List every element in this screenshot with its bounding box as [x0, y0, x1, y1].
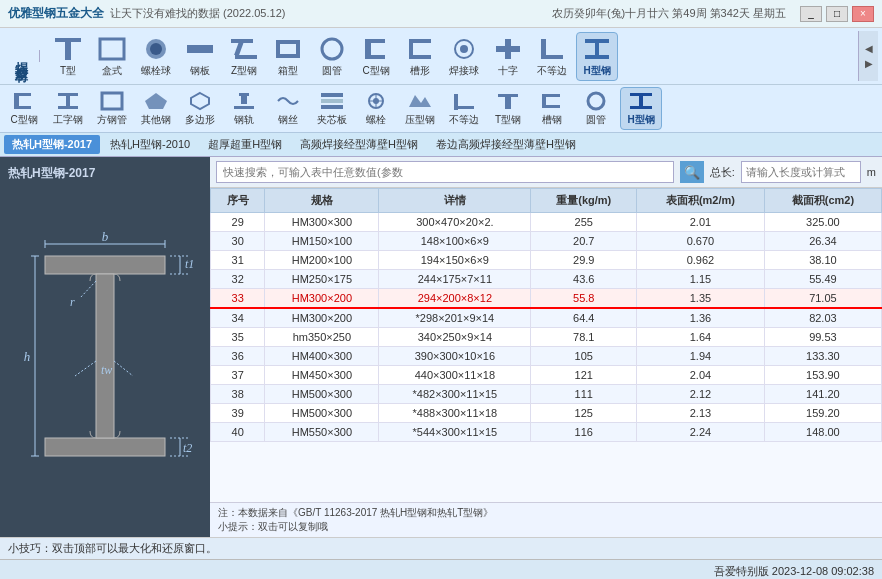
toolbar-item-box[interactable]: 盒式	[92, 33, 132, 80]
toolbar-row1: 焊接型材 T型 盒式 螺栓球 钢板	[0, 28, 882, 84]
svg-rect-52	[542, 105, 560, 108]
toolbar2-item-sandwich[interactable]: 夹芯板	[312, 88, 352, 129]
toolbar2-item-i[interactable]: 工字钢	[48, 88, 88, 129]
svg-rect-36	[239, 93, 249, 96]
toolbar-item-box2[interactable]: 箱型	[268, 33, 308, 80]
table-row[interactable]: 34HM300×200*298×201×9×1464.41.3682.03	[211, 308, 882, 328]
svg-rect-14	[369, 55, 385, 59]
toolbar-item-steel-plate[interactable]: 钢板	[180, 33, 220, 80]
toolbar2-item-unequal2[interactable]: 不等边	[444, 88, 484, 129]
svg-point-4	[150, 43, 162, 55]
nav-next[interactable]: ▶	[859, 56, 878, 71]
toolbar2-item-bolt[interactable]: 螺栓	[356, 88, 396, 129]
svg-text:t2: t2	[183, 441, 192, 455]
toolbar-item-z[interactable]: Z型钢	[224, 33, 264, 80]
svg-line-77	[114, 361, 133, 376]
svg-line-79	[80, 281, 96, 298]
nav-prev[interactable]: ◀	[859, 41, 878, 56]
close-button[interactable]: ×	[852, 6, 874, 22]
bolt-ball-icon	[140, 35, 172, 63]
toolbar-item-t[interactable]: T型	[48, 33, 88, 80]
sq-icon	[96, 90, 128, 112]
diagram-panel: 热轧H型钢-2017 b	[0, 157, 210, 537]
svg-rect-29	[18, 106, 31, 109]
toolbar2-item-other[interactable]: 其他钢	[136, 88, 176, 129]
svg-rect-57	[45, 256, 165, 274]
svg-rect-24	[585, 39, 609, 43]
toolbar2-item-sq[interactable]: 方钢管	[92, 88, 132, 129]
length-label: 总长:	[710, 165, 735, 180]
toolbar-item-unequal[interactable]: 不等边	[532, 33, 572, 80]
poly-icon	[184, 90, 216, 112]
toolbar-item-channel[interactable]: 槽形	[400, 33, 440, 80]
calendar-info: 农历癸卯年(兔)十月廿六 第49周 第342天 星期五	[552, 6, 786, 21]
tab-edge-weld[interactable]: 卷边高频焊接经型薄壁H型钢	[428, 135, 584, 154]
svg-rect-58	[45, 438, 165, 456]
tab-super-heavy[interactable]: 超厚超重H型钢	[200, 135, 290, 154]
sandwich-icon	[316, 90, 348, 112]
table-row[interactable]: 29HM300×300300×470×20×2.2552.01325.00	[211, 213, 882, 232]
svg-rect-39	[321, 93, 343, 97]
table-row[interactable]: 39HM500×300*488×300×11×181252.13159.20	[211, 404, 882, 423]
title-bar: 优雅型钢五金大全 让天下没有难找的数据 (2022.05.12) 农历癸卯年(兔…	[0, 0, 882, 28]
svg-rect-26	[595, 43, 599, 55]
toolbar-item-c[interactable]: C型钢	[356, 33, 396, 80]
table-row[interactable]: 32HM250×175244×175×7×1143.61.1555.49	[211, 270, 882, 289]
toolbar-item-round-tube[interactable]: 圆管	[312, 33, 352, 80]
svg-text:r: r	[70, 295, 75, 309]
svg-marker-34	[145, 93, 167, 109]
svg-point-19	[460, 45, 468, 53]
svg-point-11	[322, 39, 342, 59]
toolbar2-item-poly[interactable]: 多边形	[180, 88, 220, 129]
table-row[interactable]: 38HM500×300*482×300×11×151112.12141.20	[211, 385, 882, 404]
steel-plate-icon	[184, 35, 216, 63]
svg-rect-21	[496, 46, 520, 52]
toolbar2-item-h-steel[interactable]: H型钢	[620, 87, 662, 130]
svg-rect-51	[542, 94, 560, 97]
unit-label: m	[867, 166, 876, 178]
main-content: 热轧H型钢-2017 b	[0, 157, 882, 537]
table-header: 序号 规格 详情 重量(kg/m) 表面积(m2/m) 截面积(cm2)	[211, 189, 882, 213]
table-row[interactable]: 30HM150×100148×100×6×920.70.67026.34	[211, 232, 882, 251]
svg-rect-27	[18, 93, 31, 96]
toolbar2-item-wire[interactable]: 钢丝	[268, 88, 308, 129]
tab-hot-2017[interactable]: 热轧H型钢-2017	[4, 135, 100, 154]
other-icon	[140, 90, 172, 112]
svg-line-76	[75, 361, 96, 376]
status-right: 吾爱特别版 2023-12-08 09:02:38	[714, 564, 874, 579]
length-input[interactable]	[741, 161, 861, 183]
col-id: 序号	[211, 189, 265, 213]
toolbar2-item-press[interactable]: 压型钢	[400, 88, 440, 129]
toolbar2-item-rail[interactable]: 钢轨	[224, 88, 264, 129]
data-panel: 🔍 总长: m 序号 规格 详情 重量(kg/m) 表面积(m2/m) 截面积(…	[210, 157, 882, 537]
toolbar-item-weld-ball[interactable]: 焊接球	[444, 33, 484, 80]
tab-hf-weld[interactable]: 高频焊接经型薄壁H型钢	[292, 135, 426, 154]
toolbar2-item-channel2[interactable]: 槽钢	[532, 88, 572, 129]
diagram-title: 热轧H型钢-2017	[8, 165, 95, 182]
table-row[interactable]: 33HM300×200294×200×8×1255.81.3571.05	[211, 289, 882, 309]
toolbar2-item-c[interactable]: C型钢	[4, 88, 44, 129]
svg-rect-7	[234, 43, 243, 55]
search-button[interactable]: 🔍	[680, 161, 704, 183]
table-row[interactable]: 40HM550×300*544×300×11×151162.24148.00	[211, 423, 882, 442]
maximize-button[interactable]: □	[826, 6, 848, 22]
table-row[interactable]: 35hm350×250340×250×9×1478.11.6499.53	[211, 328, 882, 347]
box2-icon	[272, 35, 304, 63]
table-row[interactable]: 36HM400×300390×300×10×161051.94133.30	[211, 347, 882, 366]
toolbar-item-h-steel[interactable]: H型钢	[576, 32, 618, 81]
toolbar-item-cross[interactable]: 十字	[488, 33, 528, 80]
search-input[interactable]	[216, 161, 674, 183]
channel2-icon	[536, 90, 568, 112]
toolbar-item-bolt-ball[interactable]: 螺栓球	[136, 33, 176, 80]
z-icon	[228, 35, 260, 63]
table-row[interactable]: 31HM200×100194×150×6×929.90.96238.10	[211, 251, 882, 270]
svg-rect-5	[187, 45, 213, 53]
unequal-icon	[536, 35, 568, 63]
minimize-button[interactable]: _	[800, 6, 822, 22]
tab-hot-2010[interactable]: 热轧H型钢-2010	[102, 135, 198, 154]
table-row[interactable]: 37HM450×300440×300×11×181212.04153.90	[211, 366, 882, 385]
col-area: 截面积(cm2)	[764, 189, 881, 213]
toolbar2-item-round-tube2[interactable]: 圆管	[576, 88, 616, 129]
toolbar2-item-t2[interactable]: T型钢	[488, 88, 528, 129]
svg-rect-40	[321, 99, 343, 103]
